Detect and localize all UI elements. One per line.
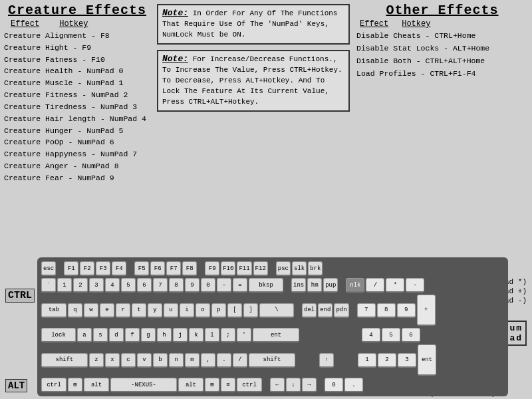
key-q[interactable]: q <box>68 303 82 318</box>
key-lock[interactable]: lock <box>41 328 76 342</box>
key-comma[interactable]: , <box>201 353 215 368</box>
key-num0[interactable]: 0 <box>325 378 343 392</box>
key-lbracket[interactable]: [ <box>227 303 242 318</box>
key-9[interactable]: 9 <box>185 278 200 293</box>
key-f12[interactable]: F12 <box>253 261 268 276</box>
key-1[interactable]: 1 <box>57 278 72 293</box>
key-0[interactable]: 0 <box>201 278 215 293</box>
key-t[interactable]: t <box>132 303 146 318</box>
key-win-r[interactable]: ⊞ <box>205 378 219 392</box>
key-num2[interactable]: 2 <box>378 353 396 368</box>
key-ralt[interactable]: alt <box>178 378 203 392</box>
key-f1[interactable]: F1 <box>64 261 78 276</box>
key-u[interactable]: u <box>164 303 178 318</box>
key-num9[interactable]: 9 <box>397 303 416 318</box>
key-slk[interactable]: slk <box>292 261 307 276</box>
key-end[interactable]: end <box>318 303 332 318</box>
key-b[interactable]: b <box>153 353 168 368</box>
key-lshift[interactable]: shift <box>41 353 88 368</box>
key-lalt[interactable]: alt <box>84 378 109 392</box>
key-7[interactable]: 7 <box>153 278 168 293</box>
key-c[interactable]: c <box>121 353 136 368</box>
key-6[interactable]: 6 <box>137 278 152 293</box>
key-k[interactable]: k <box>189 328 203 342</box>
key-3[interactable]: 3 <box>89 278 104 293</box>
key-n[interactable]: n <box>169 353 184 368</box>
key-h[interactable]: h <box>157 328 172 342</box>
key-f4[interactable]: F4 <box>112 261 126 276</box>
key-f7[interactable]: F7 <box>166 261 181 276</box>
key-x[interactable]: x <box>105 353 120 368</box>
key-equals[interactable]: = <box>233 278 247 293</box>
key-f2[interactable]: F2 <box>80 261 94 276</box>
key-enter[interactable]: ent <box>253 328 299 342</box>
key-hm[interactable]: hm <box>307 278 322 293</box>
key-r[interactable]: r <box>116 303 130 318</box>
key-rbracket[interactable]: ] <box>243 303 258 318</box>
key-rctrl[interactable]: ctrl <box>237 378 262 392</box>
key-numplus[interactable]: + <box>417 295 436 326</box>
key-v[interactable]: v <box>137 353 152 368</box>
key-f8[interactable]: F8 <box>182 261 197 276</box>
key-e[interactable]: e <box>100 303 114 318</box>
key-j[interactable]: j <box>173 328 188 342</box>
key-8[interactable]: 8 <box>169 278 184 293</box>
key-ins[interactable]: ins <box>291 278 306 293</box>
key-f10[interactable]: F10 <box>221 261 235 276</box>
key-z[interactable]: z <box>89 353 104 368</box>
key-num1[interactable]: 1 <box>358 353 376 368</box>
key-numenter[interactable]: ent <box>418 344 436 376</box>
key-down-arrow[interactable]: ↓ <box>286 378 301 392</box>
key-psc[interactable]: psc <box>276 261 291 276</box>
key-up-arrow[interactable]: ↑ <box>319 353 334 368</box>
key-w[interactable]: w <box>84 303 98 318</box>
key-f5[interactable]: F5 <box>134 261 149 276</box>
key-4[interactable]: 4 <box>105 278 120 293</box>
key-left-arrow[interactable]: ← <box>270 378 285 392</box>
key-semicolon[interactable]: ; <box>221 328 235 342</box>
key-5[interactable]: 5 <box>121 278 136 293</box>
key-quote[interactable]: ' <box>237 328 251 342</box>
key-period[interactable]: . <box>217 353 231 368</box>
key-lctrl[interactable]: ctrl <box>41 378 66 392</box>
key-y[interactable]: y <box>148 303 162 318</box>
key-numdot[interactable]: . <box>344 378 363 392</box>
key-num6[interactable]: 6 <box>402 328 420 342</box>
key-f6[interactable]: F6 <box>150 261 165 276</box>
key-num8[interactable]: 8 <box>377 303 396 318</box>
key-m[interactable]: m <box>185 353 200 368</box>
key-del[interactable]: del <box>302 303 317 318</box>
key-o[interactable]: o <box>196 303 210 318</box>
key-backtick[interactable]: ` <box>41 278 56 293</box>
key-esc[interactable]: esc <box>41 261 56 276</box>
key-num3[interactable]: 3 <box>398 353 416 368</box>
key-g[interactable]: g <box>141 328 156 342</box>
key-backslash[interactable]: \ <box>259 303 294 318</box>
key-p[interactable]: p <box>211 303 226 318</box>
key-numslash[interactable]: / <box>366 278 384 293</box>
key-win-l[interactable]: ⊞ <box>68 378 82 392</box>
key-f3[interactable]: F3 <box>96 261 110 276</box>
key-l[interactable]: l <box>205 328 219 342</box>
key-a[interactable]: a <box>77 328 92 342</box>
key-f9[interactable]: F9 <box>205 261 219 276</box>
key-brk[interactable]: brk <box>308 261 323 276</box>
key-right-arrow[interactable]: → <box>302 378 317 392</box>
key-numasterisk[interactable]: * <box>386 278 404 293</box>
key-menu[interactable]: ≡ <box>221 378 235 392</box>
key-f11[interactable]: F11 <box>237 261 251 276</box>
key-spacebar[interactable]: -NEXUS- <box>110 378 177 392</box>
key-rshift[interactable]: shift <box>249 353 295 368</box>
key-numminus[interactable]: - <box>406 278 424 293</box>
key-tab[interactable]: tab <box>41 303 66 318</box>
key-d[interactable]: d <box>109 328 124 342</box>
key-minus[interactable]: - <box>217 278 231 293</box>
key-fslash[interactable]: / <box>233 353 247 368</box>
key-pdn[interactable]: pdn <box>334 303 348 318</box>
key-2[interactable]: 2 <box>73 278 88 293</box>
key-f[interactable]: f <box>125 328 140 342</box>
key-s[interactable]: s <box>93 328 108 342</box>
key-backspace[interactable]: bksp <box>249 278 283 293</box>
key-pup[interactable]: pup <box>323 278 338 293</box>
key-num7[interactable]: 7 <box>357 303 376 318</box>
